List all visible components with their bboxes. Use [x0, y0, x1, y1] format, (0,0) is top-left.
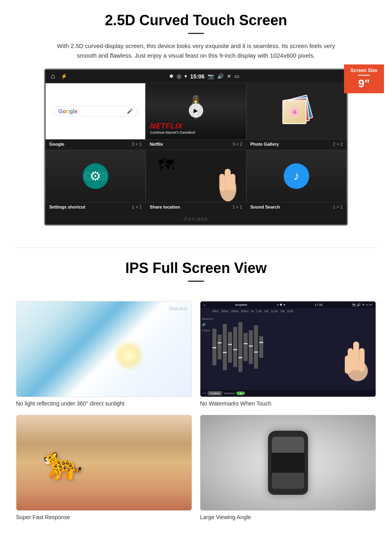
sound-search-label: Sound Search 1 × 1 [246, 203, 347, 213]
svg-rect-1 [224, 169, 230, 191]
eq-freq-labels: 60hz100hz200hz500hz1k2.5k10k12.5k15kSUB [212, 310, 293, 313]
eq-footer: << Custom loudness ● [200, 390, 376, 397]
section-ips: IPS Full Screen View [0, 260, 392, 301]
photo-stack: 🌸 [280, 95, 312, 127]
section1-divider [188, 33, 204, 34]
eq-hand-svg [342, 338, 374, 382]
google-label: Google 3 × 1 [45, 140, 146, 150]
photo-gallery-cell[interactable]: 🌸 [246, 83, 347, 140]
bluetooth-icon: ✱ [169, 73, 174, 79]
sound-search-label-size: 1 × 1 [333, 205, 343, 209]
hand-pointer-svg [212, 162, 244, 202]
eq-bar-1 [212, 329, 216, 365]
google-label-size: 3 × 1 [132, 142, 142, 147]
google-maps-icon: 🗺 [158, 156, 174, 174]
netflix-label-size: 3 × 2 [232, 142, 242, 147]
car-rear [272, 473, 304, 489]
status-bar: ⌂ ⚡ ✱ ◎ ▾ 15:06 📷 🔊 ✕ ▭ [45, 70, 347, 83]
netflix-cell[interactable]: 🕴 ▶ NETFLIX Continue Marvel's Daredevil [146, 83, 246, 140]
eq-bar-4 [228, 332, 232, 363]
eq-bar-2 [218, 335, 222, 359]
features-grid: Seicane No light reflecting under 360° d… [16, 301, 376, 520]
section-divider-line [16, 247, 376, 248]
feature-sunlight: Seicane No light reflecting under 360° d… [16, 301, 192, 407]
car-windshield [272, 437, 304, 455]
sound-search-cell[interactable]: ♪ [246, 150, 347, 203]
feature-equalizer-label: No Watermarks When Touch [200, 400, 376, 407]
feature-sunlight-image: Seicane [16, 301, 192, 397]
eq-footer-prev[interactable]: << [203, 392, 206, 395]
sound-search-label-name: Sound Search [250, 205, 280, 209]
settings-cell[interactable]: ⚙ ⚙ ⚙ [45, 150, 146, 203]
close-icon: ✕ [227, 73, 231, 79]
feature-car-image: ↖ ↗ ↙ ↘ [200, 415, 376, 511]
photo-stack-item-3: 🌸 [282, 100, 306, 124]
cheetah-icon: 🐆 [43, 444, 83, 482]
mic-icon[interactable]: 🎤 [127, 108, 133, 114]
eq-bars-container [212, 316, 340, 378]
equalizer-bg: ⌂ Amplifier ≡ ✱ ▾ 17:33 📷 🔊 ✕ ▭ ↩ 60hz10… [200, 301, 376, 397]
share-location-inner: 🗺 [146, 150, 246, 202]
settings-ghost-icons: ⚙ ⚙ [83, 169, 108, 183]
status-time: 15:06 [190, 73, 205, 80]
share-location-label-size: 1 × 1 [232, 205, 242, 209]
seicane-watermark: Seicane [184, 216, 208, 222]
netflix-label: Netflix 3 × 2 [146, 140, 246, 150]
google-search-bar[interactable]: Google 🎤 [53, 106, 138, 116]
status-left: ⌂ ⚡ [51, 72, 67, 80]
camera-icon: 📷 [208, 73, 214, 79]
app-grid-row1: Google 🎤 🕴 ▶ [45, 83, 347, 140]
home-icon[interactable]: ⌂ [51, 72, 55, 80]
sound-icon-circle: ♪ [284, 163, 309, 189]
app-grid-row2: ⚙ ⚙ ⚙ 🗺 [45, 150, 347, 203]
feature-equalizer-image: ⌂ Amplifier ≡ ✱ ▾ 17:33 📷 🔊 ✕ ▭ ↩ 60hz10… [200, 301, 376, 397]
badge-size: 9" [346, 77, 382, 90]
photo-gallery-label-name: Photo Gallery [250, 142, 279, 147]
google-app-content: Google 🎤 [46, 83, 145, 139]
feature-equalizer: ⌂ Amplifier ≡ ✱ ▾ 17:33 📷 🔊 ✕ ▭ ↩ 60hz10… [200, 301, 376, 407]
google-cell[interactable]: Google 🎤 [45, 83, 146, 140]
svg-rect-3 [230, 174, 235, 191]
photo-gallery-bg: 🌸 [247, 83, 346, 139]
settings-label: Settings shortcut 1 × 1 [45, 203, 146, 213]
custom-button[interactable]: Custom [208, 391, 222, 395]
netflix-play-button[interactable]: ▶ [189, 103, 203, 118]
sound-search-inner: ♪ [247, 150, 346, 202]
car-top-view [268, 431, 308, 495]
eq-bar-10 [259, 336, 263, 358]
loudness-toggle[interactable]: ● [236, 391, 244, 395]
feature-cheetah-image: 🐆 [16, 415, 192, 511]
device-mockup: Screen Size 9" ⌂ ⚡ ✱ ◎ ▾ 15:06 📷 🔊 ✕ [44, 68, 348, 226]
share-location-cell[interactable]: 🗺 [146, 150, 246, 203]
app-labels-row1: Google 3 × 1 Netflix 3 × 2 Photo Gallery… [45, 140, 347, 150]
feature-car-label: Large Viewing Angle [200, 514, 376, 520]
netflix-cell-inner: 🕴 ▶ NETFLIX Continue Marvel's Daredevil [146, 83, 246, 139]
settings-label-size: 1 × 1 [132, 205, 142, 209]
settings-cell-inner: ⚙ ⚙ ⚙ [46, 150, 145, 202]
window-icon: ▭ [234, 73, 239, 79]
svg-rect-7 [359, 348, 365, 372]
share-location-label: Share location 1 × 1 [146, 203, 246, 213]
eq-bar-9 [254, 325, 258, 369]
app-labels-row2: Settings shortcut 1 × 1 Share location 1… [45, 203, 347, 213]
feature-sunlight-label: No light reflecting under 360° direct su… [16, 400, 192, 407]
seicane-watermark-row: Seicane [45, 213, 347, 225]
car-roof [271, 453, 305, 475]
angle-arrows-bottom: ↙ ↘ [204, 501, 214, 506]
eq-home-icon: ⌂ [204, 303, 206, 307]
badge-label: Screen Size [346, 68, 382, 73]
photo-gallery-inner: 🌸 [247, 83, 346, 139]
ghost-icon-2: ⚙ [98, 169, 108, 183]
feature-cheetah-label: Super Fast Response [16, 514, 192, 520]
eq-header: ⌂ Amplifier ≡ ✱ ▾ 17:33 📷 🔊 ✕ ▭ ↩ [200, 301, 376, 308]
wifi-icon: ▾ [184, 73, 187, 79]
ghost-icon-1: ⚙ [83, 169, 94, 183]
netflix-label-name: Netflix [150, 142, 163, 147]
svg-rect-2 [219, 174, 224, 191]
angle-arrows: ↖ ↗ [204, 419, 214, 425]
svg-rect-5 [353, 341, 359, 371]
photo-gallery-label-size: 2 × 2 [333, 142, 343, 147]
eq-bar-5 [233, 327, 237, 367]
eq-bar-3 [223, 324, 227, 370]
eq-time: 17:33 [314, 303, 322, 307]
